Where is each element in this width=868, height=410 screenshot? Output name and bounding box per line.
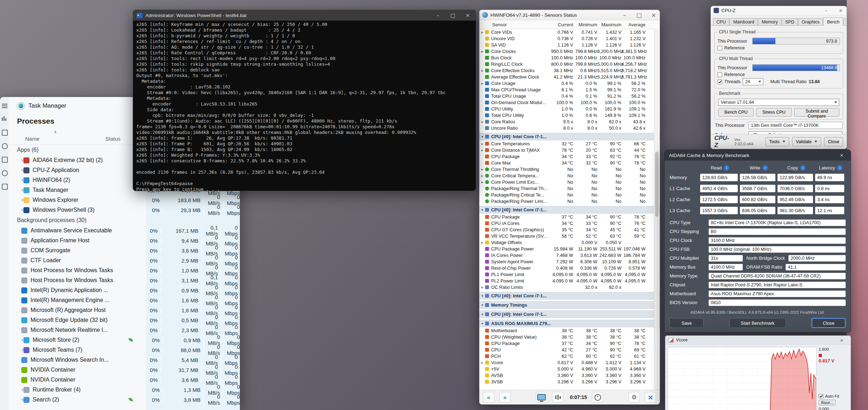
start-benchmark-button[interactable]: Start Benchmark	[729, 318, 786, 328]
sensor-row[interactable]: CPU IA Cores34 °C33 °C90 °C76 °C	[479, 220, 660, 226]
sensor-row[interactable]: ▸Voltage Offsets0.000 V0.050 V	[479, 239, 660, 246]
threads-select[interactable]: 24	[743, 78, 763, 85]
process-row[interactable]: ›Microsoft Store (2)0%0,9 MB0 MB/s0 Mbps	[9, 335, 240, 345]
back-button[interactable]: «	[483, 392, 494, 403]
sensor-row[interactable]: ▸Core VIDs0.766 V0.741 V1.432 V1.165 V	[479, 29, 660, 35]
minimize-button[interactable]: –	[431, 12, 445, 18]
process-row[interactable]: Microsoft Edge Update (32 bit)0%0,5 MB0 …	[9, 315, 240, 325]
sensor-row[interactable]: Rest-of-Chip Power0.408 W0.336 W0.726 W0…	[479, 265, 660, 271]
sensor-row[interactable]: Total CPU Usage0.4 %0.1 %91.2 %56.2 %	[479, 93, 660, 99]
nav-users-icon[interactable]	[2, 170, 7, 176]
maximize-button[interactable]: □	[446, 12, 460, 18]
process-row[interactable]: ›Microsoft Teams (7)0%88,0 MB0 MB/s0 Mbp…	[9, 345, 240, 355]
column-header-status[interactable]: Status	[105, 136, 121, 142]
bench-cpu-button[interactable]: Bench CPU	[718, 108, 754, 117]
sensor-row[interactable]: PL1 Power Limit4,095.0 W4,095.0 W4,095.0…	[479, 271, 660, 277]
minimize-button[interactable]: –	[820, 8, 832, 13]
scrollbar-thumb[interactable]	[655, 152, 659, 217]
sensor-row[interactable]: Uncore Ratio8.0 x8.0 x50.0 x42.6 x	[479, 125, 660, 131]
reference-checkbox[interactable]	[718, 46, 722, 50]
sensor-row[interactable]: Bus Clock100.0 MHz100.0 MHz100.0 MHz100.…	[479, 54, 660, 61]
aida64-titlebar[interactable]: AIDA64 Cache & Memory Benchmark ×	[665, 150, 851, 161]
process-row[interactable]: ›Search (2)0%3,8 MB0 MB/s0 Mbps	[9, 395, 240, 405]
settings-sliders-button[interactable]	[552, 392, 564, 403]
task-manager-sidebar[interactable]	[0, 97, 9, 410]
column-sensor[interactable]: Sensor	[479, 22, 549, 27]
sensor-row[interactable]: ▸Core Usage0.4 %0.0 %99.1 %56.2 %	[479, 80, 660, 86]
close-button[interactable]: ×	[648, 12, 660, 18]
auto-fit-control[interactable]: Auto Fit	[819, 394, 848, 398]
process-row[interactable]: Microsoft Network Realtime I...0%2,3 MB0…	[9, 325, 240, 335]
submit-and-compare-button[interactable]: Submit and Compare	[794, 108, 839, 117]
tab-mainboard[interactable]: Mainboard	[730, 18, 758, 25]
sensor-row[interactable]: Package/Ring Power Limi...NoNoNoNo	[479, 198, 660, 204]
sensor-row[interactable]: Max CPU/Thread Usage6.1 %1.5 %99.1 %72.0…	[479, 86, 660, 93]
sensor-row[interactable]: ▸Core Ratios9.5 x8.0 x62.0 x43.8 x	[479, 118, 660, 125]
sensor-row[interactable]: VR VCC Temperature (SV...56 °C52 °C63 °C…	[479, 233, 660, 239]
nav-app-history-icon[interactable]	[2, 143, 7, 149]
close-sensors-button[interactable]: ×	[645, 392, 656, 403]
sensor-row[interactable]: CPU Package37 °C34 °C90 °C76 °C	[479, 214, 660, 220]
sensor-row[interactable]: CPU Package37 °C34 °C90 °C76 °C	[479, 340, 660, 346]
sensor-row[interactable]: ▸Core Thermal ThrottlingNoNoNoNo	[479, 166, 660, 172]
sensor-row[interactable]: ▸Core Clocks950.0 MHz799.8 MHz6,200.0 MH…	[479, 48, 660, 54]
sensor-row[interactable]: CPU GT Cores (Graphics)35 °C34 °C45 °C41…	[479, 226, 660, 233]
sensor-row[interactable]: 3VSB3.296 V3.296 V3.296 V3.296 V	[479, 378, 660, 385]
process-row[interactable]: Host Process for Windows Tasks0%1,0 MB0 …	[9, 265, 240, 275]
nav-processes-icon[interactable]	[2, 116, 7, 122]
forward-button[interactable]: »	[499, 392, 511, 403]
close-button[interactable]: Close	[812, 318, 846, 328]
nav-startup-icon[interactable]	[2, 157, 7, 162]
sensor-row[interactable]: AVSB3.360 V3.360 V3.360 V3.360 V	[479, 372, 660, 378]
sensor-row[interactable]: Ring/LLC Clock800.0 MHz799.8 MHz5,000.0 …	[479, 61, 660, 67]
column-maximum[interactable]: Maximum	[597, 22, 621, 27]
sensor-group-header[interactable]: ▾CPU [#0]: Intel Core i7-1...	[479, 292, 660, 300]
sensor-row[interactable]: IA Cores Power7.468 W3.613 W242.683 W186…	[479, 252, 660, 258]
auto-fit-checkbox[interactable]	[819, 394, 823, 398]
process-row[interactable]: Microsoft (R) Aggregator Host0%1,6 MB0 M…	[9, 305, 240, 315]
process-row[interactable]: ›Runtime Broker (4)0%1,3 MB0 MB/s0 Mbps	[9, 385, 240, 395]
powershell-titlebar[interactable]: Administrator: Windows PowerShell - test…	[133, 10, 476, 21]
process-row[interactable]: ›Windows Explorer0%183,8 MB0 MB/s0 Mbps	[9, 195, 240, 205]
sensor-row[interactable]: ▸Core Temperatures32 °C27 °C90 °C66 °C	[479, 140, 660, 147]
sensor-row[interactable]: Package/Ring Critical Te...NoNoNoNo	[479, 191, 660, 198]
cpuz-titlebar[interactable]: CPU-Z – ×	[711, 6, 847, 15]
save-button[interactable]: Save	[670, 318, 704, 328]
terminal-output[interactable]: x265 [info]: Keyframe min / max / scenec…	[133, 21, 476, 191]
info-icon[interactable]: i	[763, 165, 768, 171]
process-row[interactable]: Intel(R) Dynamic Application ...0%0,9 MB…	[9, 285, 240, 295]
info-icon[interactable]: i	[800, 165, 806, 171]
menu-icon[interactable]	[2, 103, 7, 108]
column-header-name[interactable]: Name	[25, 136, 39, 142]
process-row[interactable]: Intel(R) Management Engine ...0%1,6 MB0 …	[9, 295, 240, 305]
vcore-titlebar[interactable]: Vcore ×	[665, 336, 851, 345]
process-row[interactable]: NVIDIA Container0%31,7 MB0 MB/s0 Mbps	[9, 365, 240, 375]
sensor-group-header[interactable]: ▾CPU [#0]: Intel Core i7-1...	[479, 133, 660, 140]
sensor-row[interactable]: Total CPU Utility1.0 %0.6 %149.9 %109.1 …	[479, 112, 660, 118]
sensor-row[interactable]: On-Demand Clock Modul...100.0 %100.0 %10…	[479, 99, 660, 106]
column-current[interactable]: Current	[549, 22, 573, 27]
configure-button[interactable]: ⚙	[628, 392, 640, 403]
sensor-row[interactable]: +5V5.000 V4.960 V5.000 V4.969 V	[479, 366, 660, 372]
minimize-button[interactable]: –	[619, 12, 631, 18]
tab-bench[interactable]: Bench	[823, 17, 843, 26]
sensor-row[interactable]: Uncore VID0.736 V0.726 V1.401 V1.232 V	[479, 35, 660, 42]
sensor-row[interactable]: PCH62 °C60 °C62 °C61 °C	[479, 353, 660, 359]
sensor-row[interactable]: ▸Vcore0.817 V0.488 V1.412 V1.134 V	[479, 359, 660, 366]
process-row[interactable]: NVIDIA Container0%3,6 MB0 MB/s0 Mbps	[9, 375, 240, 385]
sensor-row[interactable]: ▸Core Critical Tempera...NoNoNoNo	[479, 172, 660, 179]
sensor-group-header[interactable]: ▾ASUS ROG MAXIMUS Z79...	[479, 320, 660, 327]
process-row[interactable]: COM Surrogate0%3,6 MB0 MB/s0 Mbps	[9, 246, 240, 255]
reset-clock-button[interactable]	[592, 392, 603, 403]
process-row[interactable]: Host Process for Windows Tasks0%3,1 MB0,…	[9, 275, 240, 285]
close-button[interactable]: ×	[461, 12, 474, 18]
close-button[interactable]: ×	[835, 8, 847, 13]
sensor-row[interactable]: CPU Utility1.0 %0.0 %161.9 %109.1 %	[479, 106, 660, 112]
nav-performance-icon[interactable]	[2, 130, 7, 135]
sensor-group-header[interactable]: ▾Memory Timings	[479, 301, 660, 309]
nav-details-icon[interactable]	[2, 184, 7, 189]
process-row[interactable]: Application Frame Host0%9,4 MB0 MB/s0 Mb…	[9, 236, 240, 246]
tab-memory[interactable]: Memory	[758, 18, 781, 25]
column-minimum[interactable]: Minimum	[573, 22, 597, 27]
reference-checkbox-multi[interactable]	[718, 72, 722, 77]
